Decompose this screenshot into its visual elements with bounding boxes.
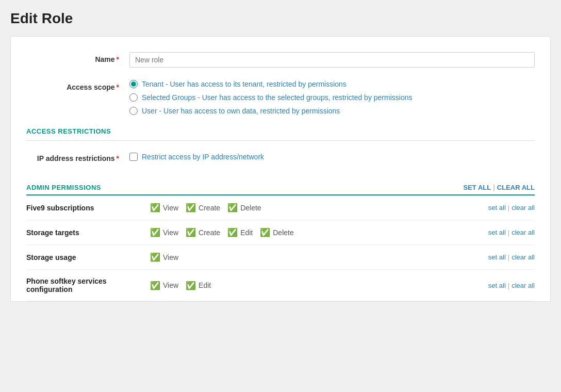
row-set-phone-softkey-button[interactable]: set all: [488, 282, 506, 289]
perm-view-five9: ✅ View: [150, 203, 178, 213]
row-clear-storage-usage-button[interactable]: clear all: [512, 253, 535, 261]
access-scope-row: Access scope* Tenant - User has access t…: [26, 80, 535, 115]
row-clear-phone-softkey-button[interactable]: clear all: [512, 282, 535, 289]
radio-user-input[interactable]: [129, 107, 138, 115]
row-clear-storage-targets-button[interactable]: clear all: [512, 228, 535, 236]
perm-view-phone-softkey: ✅ View: [150, 281, 178, 290]
ip-content: Restrict access by IP address/network: [129, 153, 535, 161]
name-input[interactable]: [129, 52, 535, 68]
permission-actions-five9: ✅ View ✅ Create ✅ Delete: [150, 203, 488, 213]
form-card: Name* Access scope* Tenant - User has ac…: [10, 36, 551, 302]
row-set-storage-usage-button[interactable]: set all: [488, 253, 506, 261]
radio-selected-groups-input[interactable]: [129, 93, 138, 102]
ip-required-star: *: [117, 154, 119, 162]
permission-row-five9: Five9 subscriptions ✅ View ✅ Create ✅ De…: [26, 195, 535, 220]
name-label: Name*: [26, 52, 129, 63]
access-scope-label: Access scope*: [26, 80, 129, 91]
check-view-five9-icon: ✅: [150, 203, 160, 213]
radio-user[interactable]: User - User has access to own data, rest…: [129, 107, 535, 115]
access-restrictions-header: ACCESS RESTRICTIONS: [26, 127, 535, 140]
access-restrictions-divider: [26, 140, 535, 141]
ip-checkbox-label: Restrict access by IP address/network: [142, 153, 264, 161]
perm-view-storage-targets-label: View: [163, 228, 178, 237]
perm-edit-phone-softkey: ✅ Edit: [186, 281, 211, 290]
check-create-storage-targets-icon: ✅: [186, 227, 196, 237]
permission-name-phone-softkey: Phone softkey services configuration: [26, 277, 150, 293]
page-container: Edit Role Name* Access scope* Tenant - U…: [0, 0, 561, 392]
permission-actions-storage-usage: ✅ View: [150, 252, 488, 262]
radio-tenant-input[interactable]: [129, 80, 138, 88]
ip-checkbox[interactable]: [129, 153, 138, 161]
perm-view-phone-softkey-label: View: [163, 281, 178, 289]
global-clear-all-button[interactable]: CLEAR ALL: [497, 184, 535, 191]
radio-group: Tenant - User has access to its tenant, …: [129, 80, 535, 115]
perm-create-storage-targets: ✅ Create: [186, 227, 220, 237]
access-scope-required-star: *: [117, 83, 119, 91]
row-set-five9-button[interactable]: set all: [488, 204, 506, 211]
radio-selected-groups[interactable]: Selected Groups - User has access to the…: [129, 93, 535, 102]
check-view-phone-softkey-icon: ✅: [150, 281, 160, 290]
perm-edit-phone-softkey-label: Edit: [199, 281, 211, 289]
radio-tenant[interactable]: Tenant - User has access to its tenant, …: [129, 80, 535, 88]
permission-row-storage-usage: Storage usage ✅ View set all | clear all: [26, 245, 535, 270]
perm-delete-storage-targets: ✅ Delete: [260, 227, 293, 237]
perm-delete-storage-targets-label: Delete: [273, 228, 293, 237]
permission-row-phone-softkey: Phone softkey services configuration ✅ V…: [26, 270, 535, 301]
row-set-clear-phone-softkey: set all | clear all: [488, 282, 535, 289]
page-title: Edit Role: [10, 10, 551, 27]
row-sep-storage-usage: |: [508, 253, 509, 261]
name-required-star: *: [117, 55, 119, 63]
global-set-clear-all: SET ALL | CLEAR ALL: [463, 183, 535, 191]
permissions-list: Five9 subscriptions ✅ View ✅ Create ✅ De…: [26, 195, 535, 301]
admin-permissions-title: ADMIN PERMISSIONS: [26, 184, 101, 191]
check-view-storage-usage-icon: ✅: [150, 252, 160, 262]
perm-create-storage-targets-label: Create: [199, 228, 220, 237]
permission-name-storage-usage: Storage usage: [26, 253, 150, 262]
check-create-five9-icon: ✅: [186, 203, 196, 213]
perm-view-storage-usage: ✅ View: [150, 252, 178, 262]
permission-actions-storage-targets: ✅ View ✅ Create ✅ Edit ✅ Delete: [150, 227, 488, 237]
name-field-container: [129, 52, 535, 68]
check-delete-storage-targets-icon: ✅: [260, 227, 270, 237]
check-edit-phone-softkey-icon: ✅: [186, 281, 196, 290]
row-sep-five9: |: [508, 204, 509, 211]
global-set-all-button[interactable]: SET ALL: [463, 184, 491, 191]
global-separator: |: [493, 183, 495, 191]
perm-delete-five9-label: Delete: [240, 204, 261, 212]
row-set-clear-five9: set all | clear all: [488, 204, 535, 211]
row-clear-five9-button[interactable]: clear all: [512, 204, 535, 211]
perm-edit-storage-targets-label: Edit: [240, 228, 253, 237]
perm-view-storage-usage-label: View: [163, 253, 178, 262]
permission-row-storage-targets: Storage targets ✅ View ✅ Create ✅ Edit: [26, 220, 535, 245]
permission-name-storage-targets: Storage targets: [26, 228, 150, 237]
perm-view-storage-targets: ✅ View: [150, 227, 178, 237]
access-restrictions-title: ACCESS RESTRICTIONS: [26, 127, 535, 135]
perm-delete-five9: ✅ Delete: [227, 203, 261, 213]
name-row: Name*: [26, 52, 535, 68]
row-sep-phone-softkey: |: [508, 282, 509, 289]
check-view-storage-targets-icon: ✅: [150, 227, 160, 237]
perm-edit-storage-targets: ✅ Edit: [227, 227, 253, 237]
permission-actions-phone-softkey: ✅ View ✅ Edit: [150, 281, 488, 290]
radio-user-label: User - User has access to own data, rest…: [142, 107, 340, 115]
admin-permissions-header: ADMIN PERMISSIONS SET ALL | CLEAR ALL: [26, 175, 535, 194]
access-scope-options: Tenant - User has access to its tenant, …: [129, 80, 535, 115]
perm-create-five9: ✅ Create: [186, 203, 220, 213]
ip-row: IP address restrictions* Restrict access…: [26, 151, 535, 162]
row-set-clear-storage-targets: set all | clear all: [488, 228, 535, 236]
ip-checkbox-option[interactable]: Restrict access by IP address/network: [129, 153, 535, 161]
row-sep-storage-targets: |: [508, 228, 509, 236]
perm-create-five9-label: Create: [199, 204, 220, 212]
permission-name-five9: Five9 subscriptions: [26, 204, 150, 212]
ip-label: IP address restrictions*: [26, 151, 129, 162]
check-edit-storage-targets-icon: ✅: [227, 227, 238, 237]
row-set-storage-targets-button[interactable]: set all: [488, 228, 506, 236]
perm-view-five9-label: View: [163, 204, 178, 212]
check-delete-five9-icon: ✅: [227, 203, 238, 213]
radio-selected-groups-label: Selected Groups - User has access to the…: [142, 93, 412, 102]
row-set-clear-storage-usage: set all | clear all: [488, 253, 535, 261]
radio-tenant-label: Tenant - User has access to its tenant, …: [142, 80, 346, 88]
